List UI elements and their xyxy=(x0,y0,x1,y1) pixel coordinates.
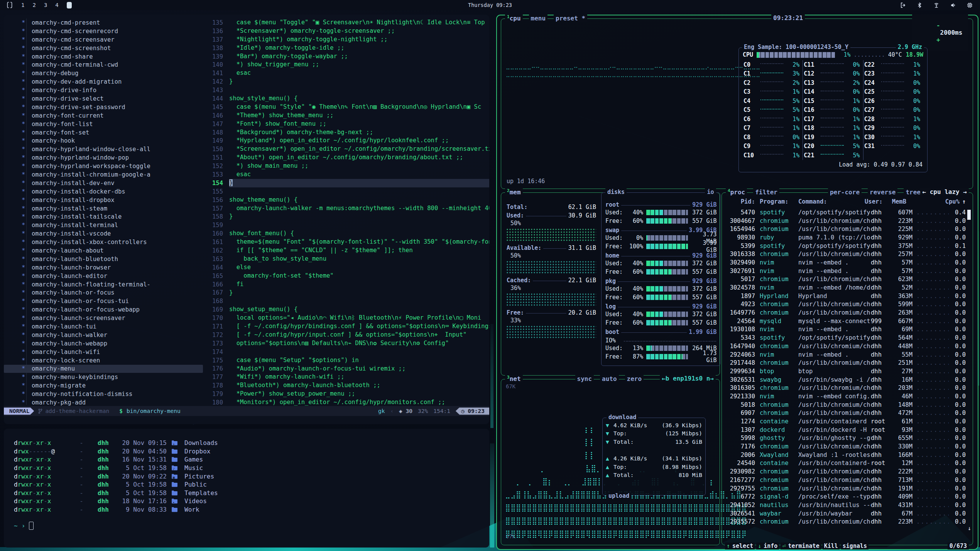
process-row[interactable]: 3027691nvimnvim --embed .dhh57M.........… xyxy=(726,267,966,275)
file-item[interactable]: *omarchy-cmd-screensaver xyxy=(4,35,203,44)
process-row[interactable]: 6772signal-d/proc/self/exe --type=rdhh40… xyxy=(726,492,966,501)
file-item[interactable]: *omarchy-launch-or-focus xyxy=(4,289,203,297)
code-line[interactable]: *Wifi*) omarchy-launch-wifi ;; xyxy=(229,373,489,381)
file-item[interactable]: *omarchy-drive-info xyxy=(4,86,203,94)
process-row[interactable]: 2930982chromium/usr/lib/chromium/chromdh… xyxy=(726,467,966,476)
process-row[interactable]: 1897HyprlandHyprlanddhh363M.........0.0 xyxy=(726,292,966,300)
tree-button[interactable]: tree xyxy=(904,189,923,196)
code-line[interactable] xyxy=(229,297,489,305)
code-line[interactable]: esac xyxy=(229,69,489,78)
code-line[interactable]: *Theme*) show_theme_menu ;; xyxy=(229,111,489,120)
file-item[interactable]: *omarchy-install-tailscale xyxy=(4,212,203,221)
code-line[interactable]: *Idle*) omarchy-toggle-idle ;; xyxy=(229,44,489,52)
code-line[interactable] xyxy=(229,348,489,356)
scroll-down-icon[interactable]: ↓ xyxy=(968,525,971,532)
process-row[interactable]: 1647940chromium/usr/lib/chromium/chromdh… xyxy=(726,342,966,350)
file-item[interactable]: *omarchy-hyprland-window-pop xyxy=(4,153,203,162)
process-row[interactable]: 2999634btopbtopdhh27M.........0.0 xyxy=(726,367,966,376)
process-row[interactable]: 3004667chromium/usr/lib/chromium/chromdh… xyxy=(726,217,966,225)
code-line[interactable]: show_setup_menu() { xyxy=(229,305,489,314)
code-line[interactable]: *Font*) show_font_menu ;; xyxy=(229,120,489,128)
reverse-button[interactable]: reverse xyxy=(868,189,897,196)
process-row[interactable]: 2917448chromium/usr/lib/chromium/chromdh… xyxy=(726,359,966,367)
file-item[interactable]: *omarchy-install-chromium-google-a xyxy=(4,170,203,179)
net-interface-selector[interactable]: ←b enp191s0 n→ xyxy=(660,375,716,382)
preset-button[interactable]: preset * xyxy=(554,15,587,22)
file-item[interactable]: *omarchy-install-docker-dbs xyxy=(4,187,203,196)
file-item[interactable]: *omarchy-debug xyxy=(4,69,203,78)
file-item[interactable]: *omarchy-launch-editor xyxy=(4,272,203,280)
filter-button[interactable]: filter xyxy=(753,189,779,196)
file-item[interactable]: *omarchy-install-dropbox xyxy=(4,196,203,204)
footer-button-signals[interactable]: signals xyxy=(841,543,868,549)
code-line[interactable] xyxy=(229,221,489,229)
file-item[interactable]: *omarchy-font-list xyxy=(4,120,203,128)
code-line[interactable]: *Screensaver*) omarchy-toggle-screensave… xyxy=(229,27,489,35)
code-line[interactable]: *Power*) show_setup_power_menu ;; xyxy=(229,390,489,398)
per-core-button[interactable]: per-core xyxy=(828,189,862,196)
code-line[interactable]: case $(menu "Style" "◉ Theme\n✎ Font\n▨ … xyxy=(229,103,489,111)
shell-prompt[interactable]: ~› xyxy=(14,522,218,530)
file-item[interactable]: *omarchy-launch-tui xyxy=(4,322,203,331)
file-item[interactable]: *omarchy-lock-screen xyxy=(4,356,203,365)
file-item[interactable]: *omarchy-font-current xyxy=(4,111,203,120)
process-row[interactable]: 3024578nvimnvim --embed /home/dhh/dhh52M… xyxy=(726,283,966,292)
code-line[interactable]: theme=$(menu "Font" "$(omarchy-font-list… xyxy=(229,238,489,246)
file-item[interactable]: *omarchy-drive-select xyxy=(4,94,203,103)
menu-button[interactable]: menu xyxy=(529,15,548,22)
file-item[interactable]: *omarchy-drive-set-password xyxy=(4,103,203,111)
zero-button[interactable]: zero xyxy=(625,375,644,382)
code-line[interactable]: *Audio*) omarchy-launch-or-focus-tui wir… xyxy=(229,365,489,373)
process-row[interactable]: 24564mysqldmysqld --max-connection999667… xyxy=(726,317,966,325)
code-line[interactable]: *) show_main_menu ;; xyxy=(229,162,489,170)
process-row[interactable]: 98930rubypuma 7.1.0 (tcp://localdhh929M.… xyxy=(726,233,966,242)
code-line[interactable]: fi xyxy=(229,280,489,289)
process-row[interactable]: 1307dockerd/usr/bin/dockerd -H fd:root93… xyxy=(726,426,966,434)
process-row[interactable]: 4923chromium/usr/lib/chromium/chromdhh59… xyxy=(726,300,966,309)
sort-column[interactable]: Cpu% xyxy=(944,198,960,205)
process-row[interactable]: 24540containe/usr/bin/containerd-shiroot… xyxy=(726,459,966,468)
process-row[interactable]: 5470spotify/opt/spotify/spotify --dhh607… xyxy=(726,208,966,217)
code-line[interactable] xyxy=(229,187,489,196)
io-mode-button[interactable]: io xyxy=(705,189,716,195)
sort-direction-icon[interactable]: ↑ xyxy=(960,198,966,205)
process-row[interactable]: 3026541waybar/usr/bin/waybardhh67M......… xyxy=(726,509,966,518)
command-line[interactable] xyxy=(4,416,489,424)
code-line[interactable]: [ -f ~/.config/hypr/input.conf ] && opti… xyxy=(229,331,489,339)
process-row[interactable]: 5017chromium/usr/lib/chromium/chromdhh62… xyxy=(726,275,966,284)
file-item[interactable]: *omarchy-font-set xyxy=(4,128,203,137)
code-line[interactable]: *Bluetooth*) omarchy-launch-bluetooth ;; xyxy=(229,381,489,390)
footer-button-info[interactable]: ↓info xyxy=(756,543,779,549)
process-row[interactable]: 5998ghostty/usr/bin/ghostty --gtk-dhh655… xyxy=(726,434,966,443)
footer-button-select[interactable]: ↑select xyxy=(725,543,755,549)
file-item[interactable]: *omarchy-launch-wifi xyxy=(4,348,203,356)
process-row[interactable]: 5399spotify/opt/spotify/spotify --dhh375… xyxy=(726,242,966,250)
file-item[interactable]: *omarchy-cmd-present xyxy=(4,19,203,27)
file-item[interactable]: *omarchy-dev-add-migration xyxy=(4,78,203,86)
footer-button-Kill[interactable]: Kill xyxy=(823,543,840,549)
code-line[interactable]: if [[ "$theme" == "CNCLD" || -z "$theme"… xyxy=(229,246,489,255)
auto-button[interactable]: auto xyxy=(600,375,619,382)
file-item[interactable]: *omarchy-hook xyxy=(4,136,203,145)
process-row[interactable]: 3016338chromium/usr/lib/chromium/chromdh… xyxy=(726,250,966,258)
code-line[interactable]: *Screensaver*) open_in_editor ~/.config/… xyxy=(229,145,489,153)
process-row[interactable]: 1649776chromium/usr/lib/chromium/chromdh… xyxy=(726,308,966,317)
file-item[interactable]: *omarchy-install-dev-env xyxy=(4,179,203,187)
file-item[interactable]: *omarchy-install-xbox-controllers xyxy=(4,238,203,246)
code-line[interactable]: show_style_menu() { xyxy=(229,94,489,103)
process-row[interactable]: 2167277chromium/usr/lib/chromium/chromdh… xyxy=(726,476,966,484)
process-row[interactable]: 7176chromium/usr/lib/chromium/chromdhh33… xyxy=(726,442,966,451)
code-line[interactable]: *About*) open_in_editor ~/.config/omarch… xyxy=(229,153,489,162)
file-item[interactable]: *omarchy-pkg-add xyxy=(4,398,203,407)
file-item[interactable]: *omarchy-cmd-screenshot xyxy=(4,44,203,52)
code-line[interactable] xyxy=(229,86,489,94)
process-row[interactable]: 1930108nvimnvim --embed .dhh69M.........… xyxy=(726,325,966,334)
file-item[interactable]: *omarchy-notification-dismiss xyxy=(4,390,203,398)
code-line[interactable]: else xyxy=(229,263,489,272)
proc-scrollbar-thumb[interactable] xyxy=(967,210,971,220)
code-line[interactable]: show_font_menu() { xyxy=(229,229,489,238)
sync-button[interactable]: sync xyxy=(575,375,594,382)
file-item[interactable]: *omarchy-launch-about xyxy=(4,246,203,255)
process-row[interactable]: 1654946chromium/usr/lib/chromium/chromdh… xyxy=(726,225,966,233)
footer-button-terminate[interactable]: ⏎terminate xyxy=(781,543,821,549)
